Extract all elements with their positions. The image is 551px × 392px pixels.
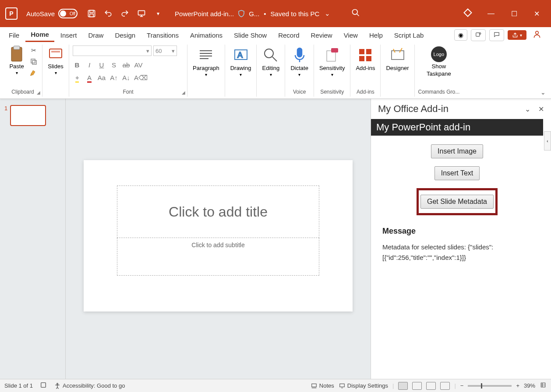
ribbon-group-drawing: A Drawing ▾ bbox=[225, 45, 257, 97]
bold-icon[interactable]: B bbox=[73, 61, 81, 69]
display-settings-button[interactable]: Display Settings bbox=[339, 382, 388, 389]
font-dialog-launcher[interactable]: ◢ bbox=[182, 90, 185, 95]
shadow-icon[interactable]: S bbox=[109, 61, 118, 69]
get-slide-metadata-button[interactable]: Get Slide Metadata bbox=[420, 195, 494, 209]
close-button[interactable]: ✕ bbox=[534, 10, 540, 18]
maximize-button[interactable]: ☐ bbox=[511, 10, 517, 18]
share-button[interactable]: ▾ bbox=[508, 30, 526, 40]
font-size-dropdown[interactable]: 60 ▾ bbox=[153, 46, 177, 56]
spellcheck-icon[interactable] bbox=[40, 382, 47, 390]
fit-to-window-icon[interactable] bbox=[540, 382, 547, 389]
slide-thumbnail-1[interactable] bbox=[10, 105, 46, 126]
autosave-toggle[interactable]: AutoSave Off bbox=[26, 9, 78, 18]
clear-format-icon[interactable]: A⌫ bbox=[134, 74, 143, 82]
taskpane-close-icon[interactable]: ✕ bbox=[538, 105, 544, 113]
italic-icon[interactable]: I bbox=[85, 61, 94, 69]
search-icon[interactable] bbox=[351, 8, 360, 19]
zoom-slider[interactable] bbox=[468, 385, 512, 387]
autosave-label: AutoSave bbox=[26, 10, 55, 18]
designer-button[interactable]: Designer bbox=[384, 46, 410, 72]
saved-status[interactable]: Saved to this PC bbox=[271, 10, 320, 18]
zoom-out-icon[interactable]: − bbox=[460, 382, 464, 389]
camera-record-button[interactable]: ◉ bbox=[454, 29, 467, 41]
drawing-button[interactable]: A Drawing ▾ bbox=[229, 46, 253, 78]
insert-text-button[interactable]: Insert Text bbox=[434, 166, 480, 180]
zoom-percent[interactable]: 39% bbox=[524, 382, 535, 389]
tab-scriptlab[interactable]: Script Lab bbox=[389, 29, 429, 42]
tab-draw[interactable]: Draw bbox=[83, 29, 109, 42]
slides-button[interactable]: Slides ▾ bbox=[46, 46, 65, 76]
present-icon[interactable] bbox=[137, 9, 146, 18]
tab-home[interactable]: Home bbox=[25, 28, 54, 42]
cut-icon[interactable]: ✂ bbox=[29, 46, 39, 55]
highlight-icon[interactable]: ⌖ bbox=[73, 74, 81, 82]
tab-view[interactable]: View bbox=[339, 29, 363, 42]
tab-slideshow[interactable]: Slide Show bbox=[229, 29, 272, 42]
reading-view-icon[interactable] bbox=[426, 382, 436, 390]
svg-rect-2 bbox=[90, 14, 93, 17]
font-family-dropdown[interactable]: ▾ bbox=[73, 46, 152, 56]
normal-view-icon[interactable] bbox=[398, 382, 408, 390]
zoom-in-icon[interactable]: + bbox=[516, 382, 519, 389]
grow-font-icon[interactable]: A↑ bbox=[109, 74, 118, 82]
svg-rect-27 bbox=[366, 56, 371, 61]
powerpoint-app-icon: P bbox=[5, 7, 18, 20]
slideshow-view-icon[interactable] bbox=[440, 382, 450, 390]
tab-file[interactable]: File bbox=[4, 29, 25, 42]
shrink-font-icon[interactable]: A↓ bbox=[122, 74, 131, 82]
tab-record[interactable]: Record bbox=[273, 29, 304, 42]
copy-icon[interactable] bbox=[29, 57, 39, 66]
font-color-icon[interactable]: A bbox=[85, 74, 94, 82]
slide-canvas-area[interactable]: Click to add title Click to add subtitle bbox=[66, 99, 371, 379]
editing-button[interactable]: Editing ▾ bbox=[260, 46, 281, 78]
sorter-view-icon[interactable] bbox=[412, 382, 422, 390]
ribbon-group-slides: Slides ▾ bbox=[42, 45, 69, 97]
sensitivity-button[interactable]: Sensitivity ▾ bbox=[318, 46, 347, 78]
save-icon[interactable] bbox=[87, 9, 96, 18]
format-painter-icon[interactable] bbox=[29, 68, 39, 78]
teams-button[interactable] bbox=[471, 29, 486, 41]
show-taskpane-button[interactable]: Logo Show Taskpane bbox=[425, 46, 453, 78]
taskpane-dropdown-icon[interactable]: ⌄ bbox=[525, 105, 530, 113]
slide-counter[interactable]: Slide 1 of 1 bbox=[4, 382, 33, 389]
toggle-switch[interactable]: Off bbox=[58, 9, 78, 18]
taskpane-collapse-tab[interactable]: ‹ bbox=[544, 131, 551, 150]
undo-icon[interactable] bbox=[104, 9, 113, 18]
redo-icon[interactable] bbox=[120, 9, 129, 18]
chevron-down-icon[interactable]: ⌄ bbox=[325, 10, 330, 18]
account-icon[interactable] bbox=[530, 30, 544, 40]
minimize-button[interactable]: — bbox=[487, 10, 494, 18]
paste-button[interactable]: Paste ▾ bbox=[7, 46, 26, 76]
tab-animations[interactable]: Animations bbox=[185, 29, 228, 42]
comments-button[interactable] bbox=[489, 29, 504, 41]
title-placeholder[interactable]: Click to add title bbox=[117, 186, 319, 238]
svg-rect-33 bbox=[340, 384, 345, 387]
collapse-ribbon-icon[interactable]: ⌄ bbox=[540, 89, 546, 96]
strikethrough-icon[interactable]: ab bbox=[122, 61, 131, 69]
tab-help[interactable]: Help bbox=[364, 29, 388, 42]
premium-diamond-icon[interactable] bbox=[465, 10, 471, 18]
paragraph-button[interactable]: Paragraph ▾ bbox=[191, 46, 221, 78]
subtitle-placeholder[interactable]: Click to add subtitle bbox=[117, 238, 319, 276]
svg-rect-3 bbox=[138, 10, 145, 15]
svg-rect-1 bbox=[90, 10, 93, 13]
accessibility-status[interactable]: Accessibility: Good to go bbox=[54, 382, 125, 389]
insert-image-button[interactable]: Insert Image bbox=[431, 144, 483, 158]
character-spacing-icon[interactable]: AV bbox=[134, 61, 143, 69]
tab-review[interactable]: Review bbox=[306, 29, 338, 42]
svg-point-6 bbox=[479, 32, 481, 34]
dictate-button[interactable]: Dictate ▾ bbox=[289, 46, 310, 78]
tab-insert[interactable]: Insert bbox=[55, 29, 82, 42]
notes-button[interactable]: Notes bbox=[311, 382, 334, 389]
ribbon-group-voice: Dictate ▾ Voice bbox=[285, 45, 314, 97]
ribbon-group-designer: Designer bbox=[381, 45, 414, 97]
tab-design[interactable]: Design bbox=[109, 29, 141, 42]
change-case-icon[interactable]: Aa bbox=[97, 74, 106, 82]
tab-transitions[interactable]: Transitions bbox=[141, 29, 184, 42]
svg-text:A: A bbox=[237, 51, 243, 60]
addins-button[interactable]: Add-ins bbox=[354, 46, 377, 72]
slide[interactable]: Click to add title Click to add subtitle bbox=[84, 160, 353, 312]
underline-icon[interactable]: U bbox=[97, 61, 106, 69]
qat-customize-icon[interactable]: ▾ bbox=[154, 9, 162, 18]
clipboard-dialog-launcher[interactable]: ◢ bbox=[37, 90, 40, 95]
